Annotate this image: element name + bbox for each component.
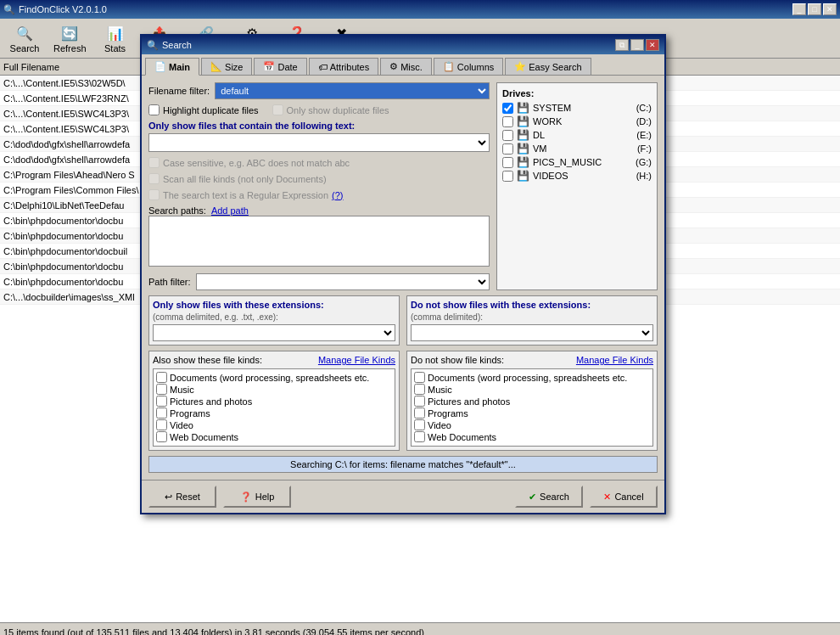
kind-checkbox[interactable] xyxy=(156,419,167,430)
exclude-ext-subtitle: (comma delimited): xyxy=(411,312,653,322)
exclude-kinds-list: Documents (word processing, spreadsheets… xyxy=(411,368,653,447)
tab-columns[interactable]: 📋 Columns xyxy=(434,58,503,75)
drive-checkbox[interactable] xyxy=(502,103,513,114)
title-bar-buttons: _ □ ✕ xyxy=(792,3,837,15)
kind-checkbox[interactable] xyxy=(156,396,167,407)
regex-checkbox[interactable] xyxy=(148,189,160,200)
filename-filter-row: Filename filter: default xyxy=(148,82,490,99)
drives-label: Drives: xyxy=(502,88,652,98)
drive-item: 💾 VIDEOS (H:) xyxy=(502,170,652,182)
close-button[interactable]: ✕ xyxy=(823,3,837,15)
highlight-duplicate-checkbox[interactable] xyxy=(148,104,160,115)
tab-misc[interactable]: ⚙ Misc. xyxy=(380,58,432,75)
dialog-help-icon: ❓ xyxy=(240,492,252,503)
kind-checkbox[interactable] xyxy=(414,396,425,407)
kind-item: Video xyxy=(414,419,650,430)
kind-checkbox[interactable] xyxy=(414,431,425,442)
tab-attributes[interactable]: 🏷 Attributes xyxy=(309,58,378,75)
add-path-link[interactable]: Add path xyxy=(211,205,249,216)
highlight-duplicate-row: Highlight duplicate files xyxy=(148,104,259,115)
kind-checkbox[interactable] xyxy=(156,407,167,419)
include-kinds-box: Also show these file kinds: Manage File … xyxy=(148,351,400,451)
drive-icon: 💾 xyxy=(517,129,529,141)
minimize-button[interactable]: _ xyxy=(792,3,806,15)
drive-label: DL xyxy=(533,130,545,140)
tab-columns-icon: 📋 xyxy=(443,61,455,72)
kind-item: Music xyxy=(156,384,392,395)
filename-filter-select[interactable]: default xyxy=(215,82,490,99)
maximize-button[interactable]: □ xyxy=(808,3,821,15)
search-dialog: 🔍 Search ⧉ _ ✕ 📄 Main 📐 Size 📅 Date xyxy=(140,34,666,514)
drive-checkbox[interactable] xyxy=(502,143,513,155)
exclude-kinds-manage[interactable]: Manage File Kinds xyxy=(576,355,653,365)
kind-item: Pictures and photos xyxy=(414,396,650,407)
kind-label: Music xyxy=(428,385,452,395)
scan-all-label: Scan all file kinds (not only Documents) xyxy=(163,174,327,184)
include-kinds-header: Also show these file kinds: Manage File … xyxy=(153,355,395,365)
dialog-footer: ↩ Reset ❓ Help ✔ Search ✕ Cancel xyxy=(142,480,664,513)
footer-right-buttons: ✔ Search ✕ Cancel xyxy=(515,486,658,508)
drive-checkbox[interactable] xyxy=(502,157,513,168)
case-sensitive-checkbox[interactable] xyxy=(148,157,160,168)
search-check-icon: ✔ xyxy=(529,492,536,503)
kind-item: Programs xyxy=(156,407,392,419)
case-sensitive-row: Case sensitive, e.g. ABC does not match … xyxy=(148,157,490,168)
kind-checkbox[interactable] xyxy=(156,384,167,395)
kind-label: Documents (word processing, spreadsheets… xyxy=(170,373,369,383)
drive-label: PICS_N_MUSIC xyxy=(533,157,602,167)
dialog-cancel-label: Cancel xyxy=(614,492,643,502)
include-ext-select[interactable] xyxy=(153,324,395,341)
search-label: Search xyxy=(10,43,40,53)
drive-letter: (F:) xyxy=(637,143,652,154)
drives-list: 💾 SYSTEM (C:) 💾 WORK (D:) 💾 DL (E:) 💾 VM… xyxy=(502,102,652,182)
reset-button[interactable]: ↩ Reset xyxy=(148,486,216,508)
dialog-close-button[interactable]: ✕ xyxy=(646,39,659,51)
dialog-cancel-button[interactable]: ✕ Cancel xyxy=(590,486,658,508)
drive-checkbox[interactable] xyxy=(502,130,513,141)
kind-checkbox[interactable] xyxy=(156,372,167,383)
kind-label: Pictures and photos xyxy=(170,396,252,407)
drive-letter: (H:) xyxy=(636,171,652,181)
include-kinds-manage[interactable]: Manage File Kinds xyxy=(318,355,395,365)
drive-item: 💾 WORK (D:) xyxy=(502,115,652,127)
kind-checkbox[interactable] xyxy=(414,384,425,395)
tab-size[interactable]: 📐 Size xyxy=(201,58,252,75)
refresh-button[interactable]: 🔄 Refresh xyxy=(48,20,92,56)
kind-checkbox[interactable] xyxy=(156,431,167,442)
dialog-restore-button[interactable]: ⧉ xyxy=(615,39,629,51)
kind-checkbox[interactable] xyxy=(414,407,425,419)
scan-all-checkbox[interactable] xyxy=(148,173,160,184)
search-button[interactable]: 🔍 Search xyxy=(3,20,46,56)
footer-left-buttons: ↩ Reset ❓ Help xyxy=(148,486,291,508)
only-duplicate-row: Only show duplicate files xyxy=(272,104,389,115)
kind-checkbox[interactable] xyxy=(414,372,425,383)
drive-checkbox[interactable] xyxy=(502,116,513,127)
reset-label: Reset xyxy=(176,492,200,502)
tab-easy-search[interactable]: ⭐ Easy Search xyxy=(505,58,591,75)
search-paths-textarea[interactable] xyxy=(148,216,490,267)
reset-icon: ↩ xyxy=(165,492,172,503)
exclude-ext-select[interactable] xyxy=(411,324,653,341)
path-filter-select[interactable] xyxy=(196,273,490,290)
regex-help[interactable]: (?) xyxy=(332,190,343,200)
dialog-help-button[interactable]: ❓ Help xyxy=(223,486,291,508)
kind-label: Pictures and photos xyxy=(428,396,510,407)
regex-row: The search text is a Regular Expression … xyxy=(148,189,490,200)
drive-checkbox[interactable] xyxy=(502,171,513,182)
contain-text-select[interactable] xyxy=(148,133,490,152)
dialog-minimize-button[interactable]: _ xyxy=(630,39,644,51)
exclude-ext-box: Do not show files with these extensions:… xyxy=(406,295,658,346)
stats-button[interactable]: 📊 Stats xyxy=(94,20,137,56)
kind-checkbox[interactable] xyxy=(414,419,425,430)
dialog-search-button[interactable]: ✔ Search xyxy=(515,486,583,508)
tab-size-label: Size xyxy=(225,62,243,72)
highlight-duplicate-label: Highlight duplicate files xyxy=(163,105,259,115)
file-kinds-section: Also show these file kinds: Manage File … xyxy=(148,351,658,451)
scan-all-row: Scan all file kinds (not only Documents) xyxy=(148,173,490,184)
stats-icon: 📊 xyxy=(105,23,126,43)
drive-label: VIDEOS xyxy=(533,171,568,181)
dialog-body: Filename filter: default Highlight dupli… xyxy=(142,76,664,480)
only-duplicate-checkbox[interactable] xyxy=(272,104,283,115)
tab-date[interactable]: 📅 Date xyxy=(254,58,306,75)
tab-main[interactable]: 📄 Main xyxy=(145,58,199,76)
